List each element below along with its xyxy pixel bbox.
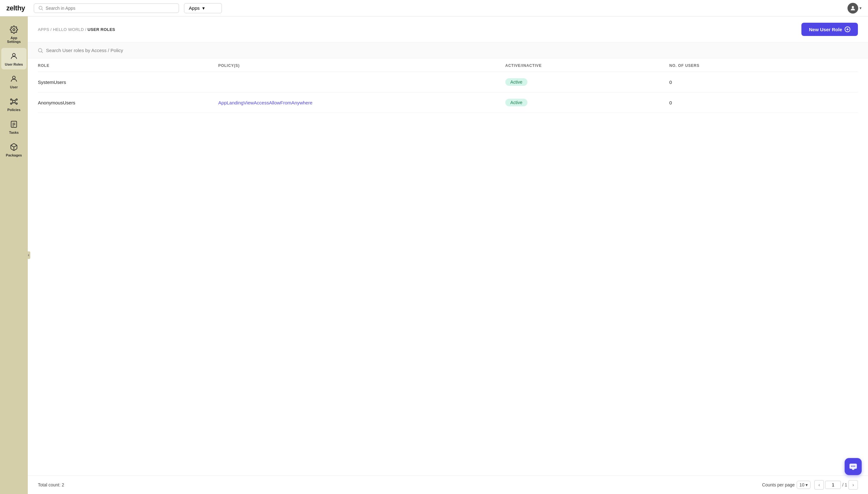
status-badge: Active (505, 99, 528, 106)
apps-label: Apps (189, 5, 200, 11)
svg-point-5 (13, 76, 16, 79)
chevron-down-icon-user: ▾ (860, 6, 862, 11)
next-page-button[interactable]: › (848, 480, 858, 490)
chatbot-icon (849, 462, 857, 471)
table-search[interactable] (38, 48, 858, 53)
svg-point-8 (16, 99, 17, 100)
col-header-role: ROLE (38, 58, 218, 72)
sidebar-item-label: Packages (6, 153, 22, 157)
page-number-input[interactable] (825, 481, 841, 489)
search-section (28, 43, 868, 58)
user-icon (9, 74, 19, 84)
page-total: / 1 (842, 482, 847, 487)
gear-icon (9, 25, 19, 35)
sidebar-item-policies[interactable]: Policies (1, 93, 26, 115)
sidebar-item-user-roles[interactable]: User Roles (1, 48, 26, 70)
svg-point-9 (11, 103, 12, 104)
sidebar-collapse-tab[interactable] (26, 251, 30, 259)
sidebar-item-label: User (10, 85, 18, 89)
svg-point-27 (852, 466, 854, 467)
chevron-down-icon-counts: ▾ (806, 482, 808, 487)
sidebar-item-label: Tasks (9, 131, 19, 134)
svg-point-28 (854, 466, 855, 467)
sidebar-item-label: App Settings (4, 36, 24, 43)
avatar (848, 3, 858, 14)
col-header-status: ACTIVE/INACTIVE (505, 58, 669, 72)
svg-line-24 (41, 52, 43, 53)
sidebar-item-user[interactable]: User (1, 71, 26, 92)
svg-rect-15 (11, 121, 16, 128)
sidebar-item-tasks[interactable]: Tasks (1, 116, 26, 137)
search-icon (38, 48, 43, 53)
sidebar-item-app-settings[interactable]: App Settings (1, 21, 26, 47)
counts-per-page-label: Counts per page (762, 482, 795, 487)
status-badge: Active (505, 78, 528, 86)
counts-per-page-select[interactable]: 10 ▾ (797, 481, 811, 489)
role-name: SystemUsers (38, 72, 218, 92)
new-user-role-button[interactable]: New User Role (801, 23, 858, 36)
user-roles-table: ROLE POLICY(S) ACTIVE/INACTIVE NO. OF US… (38, 58, 858, 113)
tasks-icon (9, 119, 19, 129)
svg-point-3 (13, 29, 15, 31)
svg-point-4 (13, 53, 16, 56)
svg-point-2 (852, 6, 854, 8)
user-roles-icon (9, 51, 19, 61)
topbar-search-input[interactable] (46, 6, 174, 11)
search-icon-topbar (38, 6, 43, 11)
col-header-users: NO. OF USERS (669, 58, 858, 72)
sidebar-item-label: Policies (7, 108, 20, 112)
table-row: AnonymousUsers AppLandingViewAccessAllow… (38, 92, 858, 113)
user-menu[interactable]: ▾ (848, 3, 862, 14)
users-count: 0 (669, 92, 858, 113)
prev-page-button[interactable]: ‹ (814, 480, 824, 490)
page-nav: ‹ / 1 › (814, 480, 858, 490)
svg-point-7 (11, 99, 12, 100)
svg-point-10 (16, 103, 17, 104)
plus-icon (845, 26, 850, 32)
svg-line-1 (42, 9, 43, 10)
status-cell: Active (505, 92, 669, 113)
table-row: SystemUsers Active 0 (38, 72, 858, 92)
chatbot-button[interactable] (845, 458, 862, 475)
breadcrumb-current: USER ROLES (88, 27, 115, 32)
logo: zelthy (6, 4, 25, 12)
policies-icon (9, 97, 19, 107)
breadcrumb-sep1: / (51, 27, 53, 32)
policy-link[interactable]: AppLandingViewAccessAllowFromAnywhere (218, 100, 313, 106)
page-header: APPS / HELLO WORLD / USER ROLES New User… (28, 16, 868, 43)
policy-cell[interactable]: AppLandingViewAccessAllowFromAnywhere (218, 92, 505, 113)
sidebar-item-packages[interactable]: Packages (1, 139, 26, 160)
chevron-down-icon: ▾ (202, 5, 205, 11)
sidebar-item-label: User Roles (5, 62, 23, 66)
breadcrumb: APPS / HELLO WORLD / USER ROLES (38, 27, 115, 32)
counts-per-page: Counts per page 10 ▾ (762, 481, 811, 489)
new-user-role-label: New User Role (809, 27, 842, 32)
apps-dropdown[interactable]: Apps ▾ (184, 3, 222, 13)
role-name: AnonymousUsers (38, 92, 218, 113)
users-count: 0 (669, 72, 858, 92)
counts-value: 10 (799, 482, 805, 487)
footer: Total count: 2 Counts per page 10 ▾ ‹ / … (28, 475, 868, 494)
breadcrumb-hello-world: HELLO WORLD (53, 27, 84, 32)
col-header-policy: POLICY(S) (218, 58, 505, 72)
user-icon (850, 5, 856, 11)
status-cell: Active (505, 72, 669, 92)
svg-point-26 (851, 466, 852, 467)
topbar-search[interactable] (34, 3, 179, 13)
user-roles-search-input[interactable] (46, 48, 858, 53)
sidebar: App Settings User Roles User (0, 16, 28, 494)
total-count: Total count: 2 (38, 482, 64, 487)
pagination-right: Counts per page 10 ▾ ‹ / 1 › (762, 480, 858, 490)
table-container: ROLE POLICY(S) ACTIVE/INACTIVE NO. OF US… (28, 58, 868, 475)
packages-icon (9, 142, 19, 152)
policy-cell (218, 72, 505, 92)
main-layout: App Settings User Roles User (0, 16, 868, 494)
topbar: zelthy Apps ▾ ▾ (0, 0, 868, 16)
breadcrumb-apps: APPS (38, 27, 49, 32)
content-area: APPS / HELLO WORLD / USER ROLES New User… (28, 16, 868, 494)
